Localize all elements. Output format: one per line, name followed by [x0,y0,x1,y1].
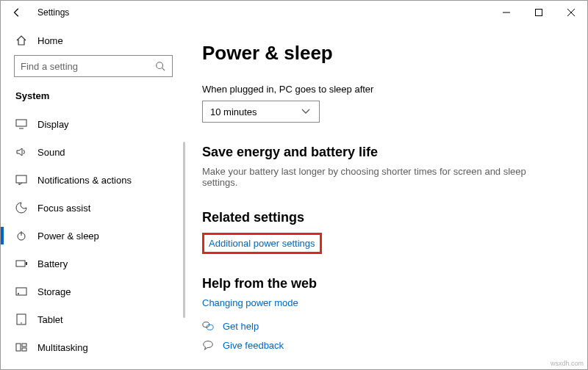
sidebar-item-storage[interactable]: Storage [1,278,186,305]
sidebar: Home Find a setting System Display [1,24,186,369]
sidebar-item-label: Battery [37,258,68,269]
sidebar-nav: Display Sound Notifications & actions Fo… [1,110,186,361]
svg-rect-4 [16,120,26,126]
back-icon[interactable] [11,7,23,18]
sidebar-item-tablet[interactable]: Tablet [1,305,186,333]
sidebar-item-label: Tablet [37,314,63,325]
main-content: Power & sleep When plugged in, PC goes t… [186,24,587,369]
svg-point-14 [21,322,22,324]
sidebar-scrollbar[interactable] [183,142,185,318]
home-nav[interactable]: Home [1,32,186,55]
window-controls [490,1,587,23]
search-input[interactable]: Find a setting [14,55,173,77]
minimize-button[interactable] [490,1,523,23]
home-icon [15,35,27,46]
maximize-button[interactable] [523,1,555,23]
sleep-after-value: 10 minutes [210,106,257,117]
svg-rect-11 [16,288,26,295]
sidebar-item-label: Sound [37,147,65,158]
svg-rect-9 [16,261,25,266]
sidebar-item-notifications[interactable]: Notifications & actions [1,166,186,194]
sleep-after-select[interactable]: 10 minutes [202,101,320,123]
search-icon [154,60,166,72]
sidebar-item-label: Notifications & actions [37,175,132,186]
additional-power-settings-link[interactable]: Additional power settings [209,238,315,249]
related-link-highlight: Additional power settings [202,233,322,254]
home-label: Home [37,35,63,46]
page-title: Power & sleep [202,42,562,65]
focus-assist-icon [15,202,27,214]
close-button[interactable] [555,1,587,23]
svg-rect-10 [26,262,27,265]
svg-rect-6 [16,175,26,183]
chevron-down-icon [300,106,312,117]
sidebar-item-label: Storage [37,286,71,297]
multitasking-icon [15,341,27,353]
titlebar: Settings [1,1,587,24]
changing-power-mode-link[interactable]: Changing power mode [202,297,298,308]
watermark: wsxdh.com [551,360,584,367]
energy-heading: Save energy and battery life [202,145,562,160]
sidebar-item-power-sleep[interactable]: Power & sleep [1,222,186,250]
sidebar-item-label: Focus assist [37,203,90,214]
window-title: Settings [37,7,69,18]
help-heading: Help from the web [202,276,562,291]
sidebar-item-display[interactable]: Display [1,110,186,138]
battery-icon [15,258,27,269]
feedback-row[interactable]: Give feedback [202,339,562,351]
get-help-icon [202,320,214,332]
notifications-icon [15,174,27,186]
related-heading: Related settings [202,210,562,225]
svg-rect-16 [22,344,26,347]
svg-rect-17 [22,348,26,351]
svg-rect-1 [536,10,542,16]
sidebar-item-label: Multitasking [37,342,88,353]
get-help-row[interactable]: Get help [202,320,562,332]
svg-point-2 [157,62,163,69]
svg-rect-15 [16,344,21,351]
sidebar-item-label: Display [37,119,69,130]
plugged-in-label: When plugged in, PC goes to sleep after [202,84,562,95]
feedback-icon [202,339,214,351]
svg-point-12 [18,293,19,294]
tablet-icon [15,313,27,325]
sidebar-item-multitasking[interactable]: Multitasking [1,333,186,361]
feedback-link[interactable]: Give feedback [223,340,284,351]
energy-text: Make your battery last longer by choosin… [202,166,562,188]
svg-line-3 [162,68,165,71]
display-icon [15,118,27,130]
power-icon [15,230,27,242]
sidebar-item-label: Power & sleep [37,231,99,242]
sound-icon [15,146,27,158]
sidebar-section-header: System [1,86,186,110]
sidebar-item-sound[interactable]: Sound [1,138,186,166]
sidebar-item-battery[interactable]: Battery [1,250,186,278]
sidebar-item-focus-assist[interactable]: Focus assist [1,194,186,222]
storage-icon [15,286,27,297]
search-placeholder: Find a setting [21,61,78,72]
get-help-link[interactable]: Get help [223,321,259,332]
